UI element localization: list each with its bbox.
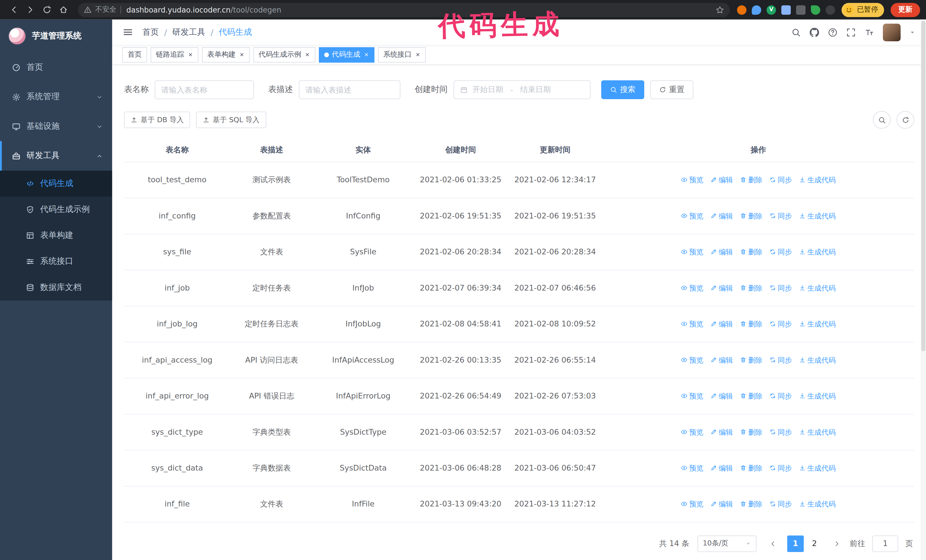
- generate-code-link[interactable]: 生成代码: [799, 391, 836, 401]
- reload-icon[interactable]: [39, 2, 54, 17]
- delete-link[interactable]: 删除: [740, 355, 763, 365]
- next-page-button[interactable]: [829, 535, 845, 552]
- breadcrumb-devtools[interactable]: 研发工具: [172, 27, 206, 37]
- sync-link[interactable]: 同步: [770, 282, 792, 293]
- preview-link[interactable]: 预览: [681, 174, 704, 185]
- address-bar[interactable]: 不安全 dashboard.yudao.iocoder.cn /tool/cod…: [78, 3, 730, 17]
- edit-link[interactable]: 编辑: [710, 174, 733, 185]
- back-icon[interactable]: [6, 2, 21, 17]
- close-icon[interactable]: [239, 52, 244, 57]
- close-icon[interactable]: [415, 52, 421, 57]
- extension-icon-2[interactable]: [752, 5, 761, 15]
- edit-link[interactable]: 编辑: [710, 498, 733, 509]
- preview-link[interactable]: 预览: [681, 318, 704, 329]
- tab[interactable]: 表单构建: [202, 47, 250, 62]
- sync-link[interactable]: 同步: [770, 498, 792, 509]
- generate-code-link[interactable]: 生成代码: [799, 282, 836, 293]
- close-icon[interactable]: [364, 52, 369, 57]
- refresh-table-button[interactable]: [896, 111, 914, 129]
- question-icon[interactable]: [828, 27, 837, 37]
- page-number-button[interactable]: 2: [806, 535, 823, 552]
- tab[interactable]: 系统接口: [378, 47, 426, 62]
- generate-code-link[interactable]: 生成代码: [799, 174, 836, 185]
- sync-link[interactable]: 同步: [770, 318, 792, 329]
- sync-link[interactable]: 同步: [770, 210, 792, 221]
- preview-link[interactable]: 预览: [681, 391, 704, 401]
- preview-link[interactable]: 预览: [681, 498, 704, 509]
- preview-link[interactable]: 预览: [681, 463, 704, 473]
- toggle-search-button[interactable]: [873, 111, 890, 129]
- page-number-button[interactable]: 1: [787, 535, 804, 552]
- extension-icon-6[interactable]: [811, 5, 820, 15]
- search-button[interactable]: 搜索: [601, 80, 644, 99]
- edit-link[interactable]: 编辑: [710, 463, 733, 473]
- generate-code-link[interactable]: 生成代码: [799, 318, 836, 329]
- table-name-input[interactable]: [155, 80, 254, 99]
- scrollbar-thumb[interactable]: [921, 21, 925, 352]
- generate-code-link[interactable]: 生成代码: [799, 246, 836, 257]
- delete-link[interactable]: 删除: [740, 318, 763, 329]
- edit-link[interactable]: 编辑: [710, 318, 733, 329]
- delete-link[interactable]: 删除: [740, 246, 763, 257]
- generate-code-link[interactable]: 生成代码: [799, 355, 836, 365]
- prev-page-button[interactable]: [765, 535, 781, 552]
- breadcrumb-home[interactable]: 首页: [142, 27, 159, 37]
- edit-link[interactable]: 编辑: [710, 355, 733, 365]
- caret-down-icon[interactable]: [909, 29, 915, 35]
- generate-code-link[interactable]: 生成代码: [799, 210, 836, 221]
- preview-link[interactable]: 预览: [681, 246, 704, 257]
- reset-button[interactable]: 重置: [650, 80, 693, 99]
- sync-link[interactable]: 同步: [770, 355, 792, 365]
- extension-icon-4[interactable]: [781, 5, 791, 15]
- sidebar-item-form-builder[interactable]: 表单构建: [0, 222, 112, 248]
- sidebar-item-codegen[interactable]: 代码生成: [0, 171, 112, 196]
- close-icon[interactable]: [188, 52, 193, 57]
- font-size-icon[interactable]: [864, 27, 874, 37]
- tab[interactable]: 首页: [122, 47, 147, 62]
- extension-icon-5[interactable]: [796, 5, 805, 15]
- tab[interactable]: 代码生成: [319, 47, 374, 62]
- edit-link[interactable]: 编辑: [710, 282, 733, 293]
- delete-link[interactable]: 删除: [740, 391, 763, 401]
- generate-code-link[interactable]: 生成代码: [799, 463, 836, 473]
- delete-link[interactable]: 删除: [740, 427, 763, 437]
- goto-page-input[interactable]: [872, 535, 898, 552]
- delete-link[interactable]: 删除: [740, 174, 763, 185]
- browser-update-button[interactable]: 更新: [891, 3, 920, 17]
- edit-link[interactable]: 编辑: [710, 391, 733, 401]
- edit-link[interactable]: 编辑: [710, 427, 733, 437]
- sync-link[interactable]: 同步: [770, 246, 792, 257]
- scrollbar[interactable]: [921, 20, 926, 560]
- preview-link[interactable]: 预览: [681, 427, 704, 437]
- extension-icon-3[interactable]: V: [766, 5, 776, 15]
- sidebar-item-system-mgmt[interactable]: 系统管理: [0, 82, 112, 112]
- sync-link[interactable]: 同步: [770, 463, 792, 473]
- close-icon[interactable]: [305, 52, 310, 57]
- delete-link[interactable]: 删除: [740, 463, 763, 473]
- generate-code-link[interactable]: 生成代码: [799, 427, 836, 437]
- delete-link[interactable]: 删除: [740, 498, 763, 509]
- page-size-select[interactable]: 10条/页: [698, 535, 757, 552]
- edit-link[interactable]: 编辑: [710, 210, 733, 221]
- home-icon[interactable]: [56, 2, 71, 17]
- fullscreen-icon[interactable]: [846, 27, 856, 37]
- user-avatar[interactable]: [883, 23, 901, 41]
- app-logo[interactable]: 芋道管理系统: [0, 20, 112, 53]
- generate-code-link[interactable]: 生成代码: [799, 498, 836, 509]
- forward-icon[interactable]: [23, 2, 38, 17]
- delete-link[interactable]: 删除: [740, 210, 763, 221]
- sidebar-item-codegen-example[interactable]: 代码生成示例: [0, 196, 112, 222]
- extension-icon-1[interactable]: [737, 5, 746, 15]
- extension-icon-7[interactable]: [826, 5, 835, 15]
- sync-link[interactable]: 同步: [770, 427, 792, 437]
- preview-link[interactable]: 预览: [681, 282, 704, 293]
- profile-paused-badge[interactable]: 已暂停: [842, 3, 884, 17]
- sync-link[interactable]: 同步: [770, 391, 792, 401]
- bookmark-star-icon[interactable]: [716, 6, 724, 14]
- sidebar-item-home[interactable]: 首页: [0, 53, 112, 82]
- sidebar-item-dev-tools[interactable]: 研发工具: [0, 141, 112, 171]
- import-db-button[interactable]: 基于 DB 导入: [124, 112, 190, 128]
- import-sql-button[interactable]: 基于 SQL 导入: [196, 112, 266, 128]
- search-icon[interactable]: [791, 27, 800, 37]
- sidebar-item-db-doc[interactable]: 数据库文档: [0, 275, 112, 300]
